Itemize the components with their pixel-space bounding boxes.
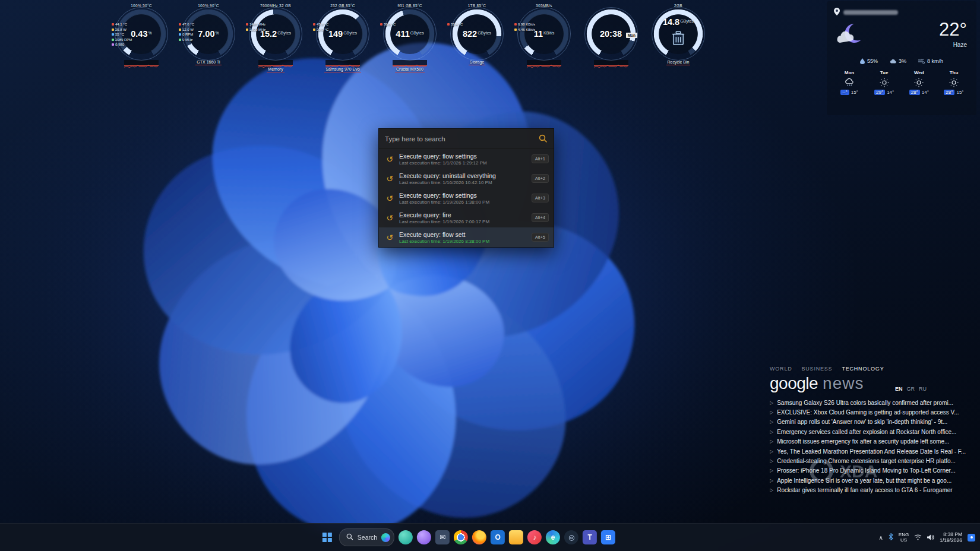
result-title: Execute query: flow settings (399, 192, 527, 199)
bluetooth-icon[interactable] (889, 532, 893, 543)
taskbar-app-outlook-icon[interactable]: O (491, 530, 505, 544)
news-lang-ru[interactable]: RU (919, 386, 927, 392)
news-headline: EXCLUSIVE: Xbox Cloud Gaming is getting … (777, 409, 959, 416)
forecast-sun-icon (937, 77, 970, 88)
taskbar-app-store-icon[interactable]: ⊞ (601, 530, 615, 544)
taskbar-search-icon (346, 533, 353, 542)
gauge-label: GTX 1660 Ti (195, 60, 221, 65)
news-bullet-icon: ▷ (770, 487, 773, 493)
news-headline: Prosser: iPhone 18 Pro Dynamic Island Mo… (777, 467, 956, 474)
news-item[interactable]: ▷Microsoft issues emergency fix after a … (770, 437, 978, 446)
gauge-readouts: 47.6 °C12.0 W0 RPM0 MHz (179, 22, 194, 42)
taskbar-app-mail-icon[interactable]: ✉ (435, 530, 450, 544)
taskbar-app-apple-music-icon[interactable]: ♪ (527, 530, 542, 544)
news-headline: Gemini app rolls out 'Answer now' to ski… (777, 419, 947, 425)
history-icon: ↺ (385, 194, 394, 203)
taskbar-app-edge-icon[interactable]: e (546, 530, 560, 544)
result-subtitle: Last execution time: 1/19/2026 7:00:17 P… (399, 219, 527, 224)
gauge-readouts: 36.6 °C (380, 22, 396, 27)
launcher-result[interactable]: ↺Execute query: fireLast execution time:… (379, 208, 554, 227)
taskbar-app-avatar-2-icon[interactable] (417, 530, 431, 544)
launcher-result[interactable]: ↺Execute query: flow settLast execution … (379, 227, 554, 247)
forecast-sun-icon (868, 77, 901, 88)
gauge-sparkline (594, 60, 628, 66)
gauge-recycle-bin: 2GB14.8GBytesRecycle Bin (647, 4, 709, 72)
news-headline: Credential-stealing Chrome extensions ta… (777, 458, 956, 464)
forecast-day-label: Wed (902, 70, 935, 75)
notification-badge[interactable] (968, 534, 975, 542)
news-item[interactable]: ▷Samsung Galaxy S26 Ultra colors basical… (770, 398, 978, 407)
news-headline: Emergency services called after explosio… (777, 429, 956, 435)
result-title: Execute query: flow sett (399, 231, 527, 238)
result-title: Execute query: uninstall everything (399, 172, 527, 179)
gauge-storage: 1TB 85°C822GBytes33.4 °CStorage (446, 4, 508, 72)
news-tab-business[interactable]: BUSINESS (802, 366, 833, 372)
wifi-icon[interactable] (914, 532, 922, 543)
news-lang-gr[interactable]: GR (907, 386, 915, 392)
launcher-result[interactable]: ↺Execute query: flow settingsLast execut… (379, 188, 554, 208)
result-hotkey: Alt+1 (532, 154, 549, 163)
news-bullet-icon: ▷ (770, 429, 773, 435)
news-item[interactable]: ▷Emergency services called after explosi… (770, 427, 978, 436)
news-item[interactable]: ▷Yes, The Leaked Marathon Presentation A… (770, 446, 978, 456)
news-item[interactable]: ▷Rockstar gives terminally ill fan early… (770, 486, 978, 495)
taskbar-app-file-explorer-icon[interactable] (509, 530, 523, 544)
news-headline: Samsung Galaxy S26 Ultra colors basicall… (777, 400, 953, 406)
news-tab-technology[interactable]: TECHNOLOGY (842, 366, 884, 372)
taskbar-app-teams-icon[interactable]: T (583, 530, 597, 544)
wind-icon (918, 59, 925, 64)
humidity-icon (860, 58, 865, 64)
system-gauges: 100% 50°C0.43%44.1 °C25.8 W55 °C2089 RPM… (110, 4, 709, 72)
gauge-sparkline (393, 60, 427, 66)
news-item[interactable]: ▷EXCLUSIVE: Xbox Cloud Gaming is getting… (770, 407, 978, 417)
tray-date: 1/19/2026 (940, 537, 962, 544)
launcher-result[interactable]: ↺Execute query: flow settingsLast execut… (379, 149, 554, 169)
news-bullet-icon: ▷ (770, 449, 773, 454)
taskbar-app-steam-icon[interactable]: ◎ (564, 530, 578, 544)
forecast-day-label: Thu (937, 70, 970, 75)
search-icon (539, 134, 548, 145)
taskbar-search-box[interactable]: Search (339, 528, 394, 546)
gauge-sparkline (527, 60, 561, 66)
taskbar-app-chrome-icon[interactable] (454, 530, 468, 544)
history-icon: ↺ (385, 174, 394, 183)
news-bullet-icon: ▷ (770, 458, 773, 464)
taskbar-app-avatar-1-icon[interactable] (399, 530, 413, 544)
forecast-day-label: Mon (833, 70, 866, 75)
gauge-label: Samsung 970 Evo (324, 67, 361, 72)
forecast-row: Mon--°15°Tue29°14°Wed28°14°Thu28°15° (827, 64, 976, 95)
news-item-list: ▷Samsung Galaxy S26 Ultra colors basical… (770, 398, 978, 495)
launcher-search-input[interactable] (379, 135, 554, 142)
volume-icon[interactable] (927, 532, 934, 543)
news-item[interactable]: ▷Apple Intelligence Siri is over a year … (770, 476, 978, 485)
start-button[interactable] (320, 530, 335, 545)
news-item[interactable]: ▷Prosser: iPhone 18 Pro Dynamic Island M… (770, 466, 978, 476)
gauge-label: Memory (267, 67, 284, 72)
taskbar-clock[interactable]: 8:38 PM 1/19/2026 (940, 531, 962, 544)
precipitation-stat: 3% (890, 58, 906, 64)
news-tab-world[interactable]: WORLD (770, 366, 792, 372)
forecast-day-thu: Thu28°15° (937, 70, 970, 95)
moon-cloud-icon (836, 23, 864, 50)
recycle-bin-icon (671, 30, 685, 46)
hidden-icons-chevron[interactable]: ∧ (879, 534, 883, 541)
gauge-readouts: 43.3 °C30.9 °C (313, 22, 328, 32)
gauge-sparkline (124, 60, 159, 66)
result-subtitle: Last execution time: 1/19/2026 1:38:00 P… (399, 200, 527, 205)
google-news-widget: WORLDBUSINESSTECHNOLOGY google news ENGR… (770, 366, 978, 495)
news-headline: Microsoft issues emergency fix after a s… (777, 438, 949, 445)
bing-visual-search-icon[interactable] (381, 533, 390, 542)
location-redacted (843, 10, 898, 15)
launcher-result[interactable]: ↺Execute query: uninstall everythingLast… (379, 169, 554, 188)
weather-widget: 22° Haze 55% 3% 8 km/h Mon--°15°Tue29°14… (827, 1, 976, 115)
news-tabs: WORLDBUSINESSTECHNOLOGY (770, 366, 978, 372)
gauge-clock: 20:38Mon (580, 4, 642, 72)
news-item[interactable]: ▷Gemini app rolls out 'Answer now' to sk… (770, 417, 978, 427)
forecast-high: 29° (874, 90, 885, 95)
news-item[interactable]: ▷Credential-stealing Chrome extensions t… (770, 456, 978, 466)
news-bullet-icon: ▷ (770, 419, 773, 425)
news-lang-en[interactable]: EN (895, 386, 903, 392)
language-indicator[interactable]: ENG US (899, 532, 909, 543)
gauge-label: Recycle Bin (666, 60, 691, 65)
taskbar-app-firefox-icon[interactable] (472, 530, 486, 544)
